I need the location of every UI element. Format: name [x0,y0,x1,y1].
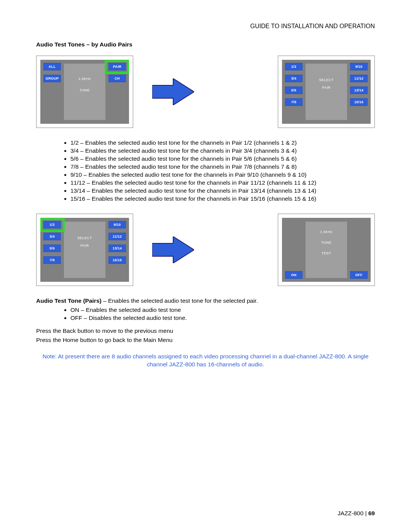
press-home: Press the Home button to go back to the … [36,337,375,343]
screen-tone-menu: ALL GROUP PAIR CH 1.5KHz TONE [36,56,133,128]
list-item: OFF – Disables the selected audio test t… [70,315,375,321]
screen-select-pair-2: 1/2 3/4 5/6 7/8 9/10 11/12 13/14 15/16 S… [36,214,133,286]
arrow-icon [152,78,194,105]
label-tone: TONE [282,241,371,244]
list-item: 11/12 – Enables the selected audio test … [70,179,375,186]
btn-all[interactable]: ALL [43,63,61,70]
screens-row-2: 1/2 3/4 5/6 7/8 9/10 11/12 13/14 15/16 S… [36,214,375,286]
btn-off[interactable]: OFF [350,271,368,279]
btn-15-16[interactable]: 15/16 [108,256,126,264]
list-item: 1/2 – Enables the selected audio test to… [70,139,375,146]
screen-select-pair: 1/2 3/4 5/6 7/8 9/10 11/12 13/14 15/16 S… [278,56,375,128]
list-item: 7/8 – Enables the selected audio test to… [70,163,375,170]
press-back: Press the Back button to move to the pre… [36,328,375,334]
desc-title: Audio Test Tone (Pairs) [36,297,102,304]
footer-page: 69 [368,510,375,516]
list-item: 9/10 – Enables the selected audio test t… [70,171,375,178]
label-freq: 1.5KHz [40,77,129,81]
label-pair: PAIR [40,244,129,248]
btn-9-10[interactable]: 9/10 [108,221,126,228]
list-item: 3/4 – Enables the selected audio test to… [70,147,375,154]
pair-bullets: 1/2 – Enables the selected audio test to… [36,139,375,202]
btn-on[interactable]: ON [285,271,303,279]
screens-row-1: ALL GROUP PAIR CH 1.5KHz TONE 1/2 3/4 5/… [36,56,375,128]
note-text: Note: At present there are 8 audio chann… [36,353,375,369]
list-item: 5/6 – Enables the selected audio test to… [70,155,375,162]
section-title: Audio Test Tones – by Audio Pairs [36,41,375,48]
label-select: SELECT [282,78,371,82]
footer: JAZZ-800 | 69 [338,510,375,517]
list-item: 15/16 – Enables the selected audio test … [70,195,375,202]
label-select: SELECT [40,236,129,240]
label-pair: PAIR [282,86,371,89]
btn-7-8[interactable]: 7/8 [43,256,61,264]
btn-pair[interactable]: PAIR [108,63,126,70]
svg-marker-0 [152,78,194,105]
onoff-bullets: ON – Enables the selected audio test ton… [36,307,375,321]
label-tone: TONE [40,88,129,92]
footer-product: JAZZ-800 [338,510,363,516]
arrow-icon [152,236,194,263]
btn-7-8[interactable]: 7/8 [285,98,303,106]
screen-tone-test: ON OFF 1.5KHz TONE TEST [278,214,375,286]
svg-marker-1 [152,236,194,263]
btn-15-16[interactable]: 15/16 [350,98,368,106]
list-item: ON – Enables the selected audio test ton… [70,307,375,313]
label-test: TEST [282,251,371,255]
list-item: 13/14 – Enables the selected audio test … [70,187,375,194]
btn-1-2[interactable]: 1/2 [285,63,303,70]
desc-rest: – Enables the selected audio test tone f… [102,297,258,304]
desc-para: Audio Test Tone (Pairs) – Enables the se… [36,297,375,304]
btn-9-10[interactable]: 9/10 [350,63,368,70]
label-freq: 1.5KHz [282,230,371,234]
doc-header: GUIDE TO INSTALLATION AND OPERATION [36,23,375,30]
footer-sep: | [363,510,368,516]
btn-1-2[interactable]: 1/2 [43,221,61,228]
